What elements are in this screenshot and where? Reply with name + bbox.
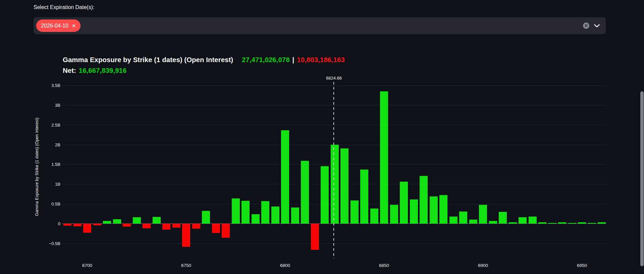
x-axis-tick-label: 6800 xyxy=(275,263,295,268)
gamma-bar xyxy=(420,176,428,224)
gamma-bar xyxy=(519,217,527,224)
gamma-bar xyxy=(311,224,319,250)
gamma-bar xyxy=(489,221,497,224)
gamma-bar xyxy=(192,224,200,229)
gamma-bar xyxy=(360,170,368,224)
gamma-bar xyxy=(529,217,537,224)
gridline xyxy=(62,243,606,244)
x-axis-tick-label: 6750 xyxy=(176,263,196,268)
chart-header: Gamma Exposure by Strike (1 dates) (Open… xyxy=(63,54,345,76)
gamma-bar xyxy=(340,148,348,224)
gamma-bar xyxy=(281,130,289,224)
gamma-bar xyxy=(222,224,230,238)
x-axis-tick-label: 6950 xyxy=(572,263,592,268)
gridline xyxy=(62,184,606,184)
gamma-bar xyxy=(449,217,458,224)
y-axis-tick-label: −0.5B xyxy=(30,241,60,246)
y-axis-title: Gamma Exposure by Strike (1 dates) (Open… xyxy=(35,118,39,216)
gamma-bar xyxy=(93,224,101,225)
zero-line xyxy=(62,223,606,224)
gamma-bar xyxy=(370,209,378,224)
y-axis-tick-label: 0 xyxy=(30,221,60,226)
gamma-bar xyxy=(143,224,151,228)
gamma-bar xyxy=(83,224,91,233)
expiration-filter-label: Select Expiration Date(s): xyxy=(34,4,94,10)
gamma-bar xyxy=(410,199,418,224)
gamma-bar xyxy=(459,212,467,224)
gamma-bar xyxy=(588,223,596,224)
gamma-bar xyxy=(241,201,250,224)
x-axis-tick-label: 6700 xyxy=(77,263,97,268)
gamma-bar xyxy=(351,200,359,224)
chart-title: Gamma Exposure by Strike (1 dates) (Open… xyxy=(63,56,233,63)
net-label: Net: xyxy=(63,66,76,74)
negative-gamma-total: 10,803,186,163 xyxy=(297,56,345,63)
gridline xyxy=(62,164,606,165)
gamma-bar xyxy=(301,161,309,224)
gamma-bar xyxy=(469,220,477,224)
gamma-bar xyxy=(380,91,388,224)
x-axis-tick-label: 6900 xyxy=(473,263,493,268)
gamma-bar xyxy=(133,217,141,224)
gamma-bar xyxy=(73,224,82,226)
gamma-bar xyxy=(499,212,507,224)
gamma-bar xyxy=(548,223,556,224)
gridline xyxy=(62,105,606,105)
gamma-bar xyxy=(598,222,606,224)
selected-date-tag: 2026-04-10 ✕ xyxy=(36,19,80,32)
selected-date-tag-label: 2026-04-10 xyxy=(41,23,68,29)
gamma-bar xyxy=(182,224,190,247)
chart-title-line: Gamma Exposure by Strike (1 dates) (Open… xyxy=(63,54,345,65)
plot-area[interactable]: 3.5B3B2.5B2B1.5B1B0.5B0−0.5B670067506800… xyxy=(0,0,644,274)
gamma-bar xyxy=(568,223,576,224)
gamma-bar xyxy=(321,166,329,224)
spot-price-label: 6824.66 xyxy=(319,76,349,81)
gridline xyxy=(62,204,606,204)
y-axis-tick-label: 3B xyxy=(30,102,60,107)
gamma-bar xyxy=(291,208,299,224)
gridline xyxy=(62,145,606,145)
gamma-bar xyxy=(430,196,438,224)
expiration-multiselect[interactable]: 2026-04-10 ✕ ✕ xyxy=(34,17,606,34)
gamma-bar xyxy=(153,217,161,224)
gamma-bar xyxy=(578,222,586,224)
gamma-bar xyxy=(331,145,339,224)
gamma-bar xyxy=(509,222,517,224)
gridline xyxy=(62,125,606,125)
clear-all-icon[interactable]: ✕ xyxy=(583,22,589,29)
gamma-bar xyxy=(390,205,398,224)
multiselect-controls: ✕ xyxy=(583,22,600,29)
gamma-bar xyxy=(212,224,220,233)
positive-gamma-total: 27,471,026,078 xyxy=(242,56,290,63)
net-gamma-value: 16,667,839,916 xyxy=(79,66,127,74)
y-axis-tick-label: 3.5B xyxy=(30,83,60,88)
totals-separator: | xyxy=(292,56,294,63)
gamma-bar xyxy=(63,224,71,226)
gridline xyxy=(62,85,606,86)
gamma-bar xyxy=(162,224,170,230)
gamma-bar xyxy=(558,222,566,224)
gamma-bar xyxy=(103,221,111,224)
gamma-bar xyxy=(123,224,131,227)
gamma-bar xyxy=(439,195,447,224)
vertical-scrollbar[interactable] xyxy=(640,91,644,266)
spot-price-line xyxy=(333,82,334,259)
gamma-bar xyxy=(113,219,121,224)
net-gamma-line: Net:16,667,839,916 xyxy=(63,65,345,76)
gamma-bar xyxy=(538,222,546,224)
gamma-bar xyxy=(232,198,240,224)
gamma-bar xyxy=(400,182,408,224)
gamma-bar xyxy=(479,205,487,224)
chevron-down-icon[interactable] xyxy=(594,24,600,28)
gamma-bar xyxy=(202,211,210,224)
remove-tag-icon[interactable]: ✕ xyxy=(72,23,76,28)
x-axis-tick-label: 6850 xyxy=(374,263,394,268)
gamma-bar xyxy=(271,207,279,224)
gamma-bar xyxy=(252,214,260,224)
gamma-bar xyxy=(261,201,269,224)
gamma-bar xyxy=(172,224,180,228)
